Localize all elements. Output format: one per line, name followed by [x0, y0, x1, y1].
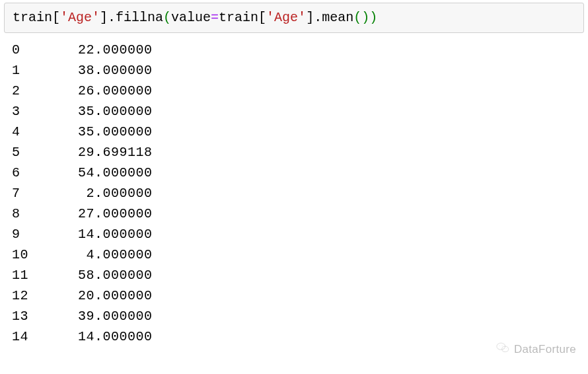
code-output: 0 22.0000001 38.0000002 26.0000003 35.00… [0, 40, 588, 347]
output-row: 6 54.000000 [12, 163, 588, 183]
code-paren: ()) [353, 10, 377, 25]
output-row: 12 20.000000 [12, 285, 588, 306]
code-token: value [171, 10, 211, 25]
code-paren: ( [163, 10, 171, 25]
code-string: 'Age' [266, 10, 306, 25]
code-operator: = [211, 10, 219, 25]
output-row: 1 38.000000 [12, 60, 588, 81]
output-row: 0 22.000000 [12, 40, 588, 60]
output-row: 8 27.000000 [12, 204, 588, 224]
code-token: train[ [219, 10, 266, 25]
output-row: 4 35.000000 [12, 122, 588, 142]
output-row: 5 29.699118 [12, 142, 588, 163]
output-row: 13 39.000000 [12, 306, 588, 326]
svg-point-5 [506, 348, 507, 349]
output-row: 7 2.000000 [12, 183, 588, 204]
watermark: DataForture [496, 340, 576, 358]
svg-point-3 [502, 346, 503, 346]
output-row: 2 26.000000 [12, 81, 588, 101]
watermark-text: DataForture [514, 343, 576, 356]
output-row: 3 35.000000 [12, 101, 588, 122]
wechat-icon [496, 340, 510, 358]
output-row: 10 4.000000 [12, 244, 588, 265]
svg-point-2 [499, 346, 499, 346]
code-token: ].fillna [100, 10, 163, 25]
code-token: ].mean [306, 10, 353, 25]
code-token: train[ [13, 10, 60, 25]
code-input-cell[interactable]: train['Age'].fillna(value=train['Age'].m… [4, 3, 584, 33]
output-row: 11 58.000000 [12, 265, 588, 285]
output-row: 9 14.000000 [12, 224, 588, 244]
code-string: 'Age' [60, 10, 100, 25]
svg-point-4 [504, 348, 505, 349]
